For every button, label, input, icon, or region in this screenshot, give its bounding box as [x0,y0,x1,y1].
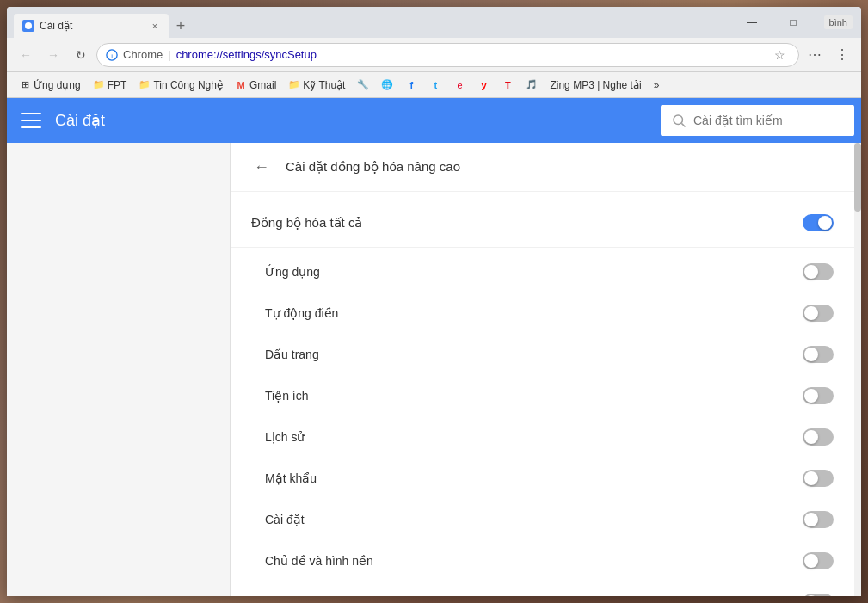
toggle-row-4: Lịch sử [231,416,854,458]
extensions-button[interactable]: ⋯ [803,43,827,67]
toggle-switch-8[interactable] [803,594,834,596]
bookmark-ky-thuat[interactable]: 📁 Kỹ Thuật [283,77,350,93]
bookmark-fpt[interactable]: 📁 FPT [88,77,132,93]
bookmark-icon3[interactable]: e [448,77,471,93]
sidebar-header: Cài đặt [7,110,661,131]
forward-button[interactable]: → [41,43,65,67]
toggle-switch-0[interactable] [803,263,834,280]
toggle-label-4: Lịch sử [265,430,305,444]
toggle-row-7: Chủ đề và hình nền [231,540,854,581]
bookmark-more[interactable]: » [649,77,665,93]
bookmark-icon6[interactable]: 🎵 [520,77,543,93]
toggle-row-2: Dấu trang [231,334,854,375]
tab-label: Cài đặt [40,20,143,32]
tab-strip: Cài đặt × + [14,7,725,38]
bookmark-label: Gmail [249,79,276,91]
bookmark-icon4[interactable]: y [472,77,495,93]
tab-close-button[interactable]: × [148,19,162,33]
icon2: 🌐 [381,79,393,91]
bookmark-icon2[interactable]: 🌐 [376,77,398,93]
bookmark-star-button[interactable]: ☆ [769,45,790,65]
search-bar[interactable] [661,105,854,136]
sync-all-label: Đồng bộ hóa tất cả [251,215,362,231]
hamburger-line [21,120,41,121]
title-bar: Cài đặt × + bình — □ ✕ [7,7,861,38]
hamburger-line [21,126,41,128]
svg-text:i: i [111,52,113,59]
back-header: ← Cài đặt đồng bộ hóa nâng cao [231,143,854,192]
hamburger-line [21,113,41,114]
icon3: e [453,79,465,91]
bookmark-apps[interactable]: ⊞ Ứng dụng [14,77,86,93]
bookmark-icon1[interactable]: 🔧 [352,77,374,93]
bookmark-label: FPT [108,79,127,91]
twitter-icon: t [429,79,441,91]
minimize-button[interactable]: — [732,10,772,34]
settings-content: ← Cài đặt đồng bộ hóa nâng cao Đồng bộ h… [7,143,861,596]
svg-line-4 [681,123,685,126]
username-badge: bình [824,15,853,29]
toggle-row-5: Mật khẩu [231,458,854,499]
settings-list: Đồng bộ hóa tất cả Ứng dụng Tự động điền [231,192,854,596]
window-controls: bình — □ ✕ [725,10,861,34]
toggle-switch-4[interactable] [803,428,834,446]
hamburger-menu-button[interactable] [21,110,41,131]
back-navigation-button[interactable]: ← [251,157,272,177]
bookmark-zing-mp3[interactable]: Zing MP3 | Nghe tải [545,77,646,93]
settings-sidebar: Cài đặt [7,98,861,143]
svg-point-3 [674,115,683,125]
secure-icon: i [106,49,118,61]
toggle-row-8: Tab đang mở [231,581,854,596]
bookmark-label: Zing MP3 | Nghe tải [550,79,641,91]
toggle-label-7: Chủ đề và hình nền [265,554,373,568]
toggle-switch-3[interactable] [803,387,834,404]
toggle-label-1: Tự động điền [265,306,338,320]
bookmark-more-label: » [654,79,660,91]
folder-icon: 📁 [288,79,300,91]
search-icon [671,113,686,128]
apps-icon: ⊞ [19,79,31,91]
bookmark-label: Kỹ Thuật [303,79,345,91]
bookmark-twitter[interactable]: t [424,77,446,93]
bookmark-label: Tin Công Nghệ [153,79,223,91]
active-tab[interactable]: Cài đặt × [14,14,169,38]
icon6: 🎵 [526,79,538,91]
sidebar-title: Cài đặt [55,111,105,130]
toggle-label-5: Mật khẩu [265,471,317,485]
back-button[interactable]: ← [14,43,38,67]
toggle-switch-5[interactable] [803,470,834,487]
toggle-row-1: Tự động điền [231,292,854,334]
toggle-label-8: Tab đang mở [265,595,336,596]
sync-all-toggle-row: Đồng bộ hóa tất cả [231,199,854,248]
bookmarks-bar: ⊞ Ứng dụng 📁 FPT 📁 Tin Công Nghệ M Gmail… [7,72,861,98]
folder-icon: 📁 [93,79,105,91]
tab-favicon [22,20,34,32]
menu-button[interactable]: ⋮ [830,43,854,67]
browser-name: Chrome [123,48,163,61]
address-separator: | [168,48,170,61]
toggle-switch-1[interactable] [803,305,834,322]
navigation-toolbar: ← → ↻ i Chrome | chrome://settings/syncS… [7,38,861,72]
toggle-switch-2[interactable] [803,346,834,363]
toggle-label-2: Dấu trang [265,348,319,361]
facebook-icon: f [405,79,417,91]
new-tab-button[interactable]: + [169,14,193,38]
address-url: chrome://settings/syncSetup [176,48,764,61]
page-title: Cài đặt đồng bộ hóa nâng cao [286,159,460,175]
maximize-button[interactable]: □ [773,10,813,34]
toggle-switch-7[interactable] [803,552,834,569]
bookmark-facebook[interactable]: f [400,77,422,93]
gmail-icon: M [235,79,247,91]
bookmark-icon5[interactable]: T [496,77,519,93]
bookmark-tin-cong-nghe[interactable]: 📁 Tin Công Nghệ [133,77,228,93]
reload-button[interactable]: ↻ [69,43,93,67]
toggle-label-0: Ứng dụng [265,265,320,279]
icon4: y [477,79,489,91]
browser-window: Cài đặt × + bình — □ ✕ ← → ↻ i Chrome | … [7,7,861,596]
address-bar[interactable]: i Chrome | chrome://settings/syncSetup ☆ [96,43,799,67]
search-input[interactable] [693,114,844,127]
toggle-switch-6[interactable] [803,511,834,528]
sync-all-toggle[interactable] [803,214,834,231]
bookmark-label: Ứng dụng [34,79,81,91]
bookmark-gmail[interactable]: M Gmail [230,77,281,93]
